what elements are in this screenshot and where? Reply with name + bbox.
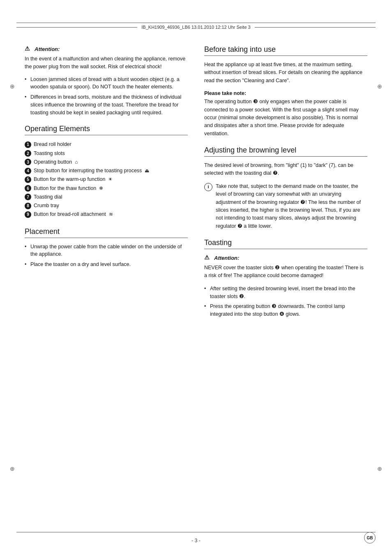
attention-bullets: Loosen jammed slices of bread with a blu… [25,76,188,117]
operating-elements-list: 1 Bread roll holder 2 Toasting slots 3 O… [25,140,188,219]
header-line-left [16,27,137,28]
breadroll-icon: ≋ [109,210,113,218]
op-item-7: 7 Toasting dial [25,193,188,201]
toasting-warning-icon [204,254,212,261]
toasting-title: Toasting [204,238,367,249]
crosshair-tr: ⊕ [376,82,384,90]
gb-badge: GB [364,532,376,543]
op-num-3: 3 [25,159,31,165]
op-text-6: Button for the thaw function [34,184,96,193]
op-item-6: 6 Button for the thaw function ❄ [25,184,188,193]
op-text-4: Stop button for interrupting the toastin… [34,166,142,175]
page-footer: - 3 - GB [16,538,376,543]
page-border-bottom [16,532,376,532]
placement-bullet-1: Unwrap the power cable from the cable wi… [25,243,188,259]
op-text-5: Button for the warm-up function [34,175,105,184]
thaw-icon: ❄ [99,184,103,192]
op-num-2: 2 [25,150,31,157]
op-text-2: Toasting slots [34,149,65,158]
attention-title: Attention: [25,45,188,53]
op-text-3: Operating button [34,158,72,166]
attention-bullet-2: Differences in bread sorts, moisture and… [25,93,188,116]
browning-text: The desired level of browning, from "lig… [204,162,367,178]
op-text-9: Button for bread-roll attachment [34,210,106,219]
toasting-attention-box: Attention: NEVER cover the toaster slots… [204,254,367,280]
toasting-attention-label: Attention: [214,255,239,261]
doc-header-text: IB_KH1909_46936_LB6 13.01.2010 12:12 Uhr… [137,25,254,30]
doc-header: IB_KH1909_46936_LB6 13.01.2010 12:12 Uhr… [16,25,376,30]
before-use-text: Heat the appliance up at least five time… [204,61,367,85]
warmup-icon: ☀ [108,175,113,183]
toasting-attention-text: NEVER cover the toaster slots ❷ when ope… [204,264,367,280]
main-content: Attention: In the event of a malfunction… [25,45,367,522]
before-use-title: Before taking into use [204,45,367,56]
op-item-3: 3 Operating button ⌂ [25,158,188,166]
crosshair-br: ⊕ [376,465,384,473]
operating-button-icon: ⌂ [75,158,78,166]
right-column: Before taking into use Heat the applianc… [204,45,367,522]
stop-button-icon: ⏏ [145,166,149,175]
attention-text: In the event of a malfunction and when c… [25,55,188,71]
toasting-attention-title: Attention: [204,254,367,261]
page-border-top [16,23,376,23]
left-column: Attention: In the event of a malfunction… [25,45,188,522]
placement-bullets: Unwrap the power cable from the cable wi… [25,243,188,268]
op-num-6: 6 [25,185,31,192]
op-num-5: 5 [25,176,31,183]
browning-level-title: Adjusting the browning level [204,146,367,157]
toasting-bullets: After setting the desired browning level… [204,285,367,318]
op-text-7: Toasting dial [34,193,62,201]
header-line-right [255,27,376,28]
op-num-8: 8 [25,203,31,209]
op-num-7: 7 [25,194,31,200]
browning-info-text: Take note that, subject to the demand ma… [216,183,367,230]
attention-box-top: Attention: In the event of a malfunction… [25,45,188,116]
browning-info-box: i Take note that, subject to the demand … [204,183,367,230]
op-item-5: 5 Button for the warm-up function ☀ [25,175,188,184]
op-num-1: 1 [25,141,31,148]
op-text-8: Crumb tray [34,201,59,210]
op-num-9: 9 [25,211,31,218]
attention-bullet-1: Loosen jammed slices of bread with a blu… [25,76,188,91]
operating-elements-title: Operating Elements [25,125,188,135]
crosshair-bl: ⊕ [8,465,16,473]
op-item-4: 4 Stop button for interrupting the toast… [25,166,188,175]
op-num-4: 4 [25,168,31,174]
toasting-bullet-1: After setting the desired browning level… [204,285,367,301]
attention-label: Attention: [35,46,60,52]
op-item-1: 1 Bread roll holder [25,140,188,149]
op-item-2: 2 Toasting slots [25,149,188,158]
page-number: - 3 - [191,538,200,543]
crosshair-tl: ⊕ [8,82,16,90]
info-icon: i [204,183,212,191]
op-item-8: 8 Crumb tray [25,201,188,210]
toasting-bullet-2: Press the operating button ❸ downwards. … [204,303,367,318]
op-text-1: Bread roll holder [34,140,71,149]
op-item-9: 9 Button for bread-roll attachment ≋ [25,210,188,219]
placement-bullet-2: Place the toaster on a dry and level sur… [25,261,188,268]
placement-title: Placement [25,227,188,238]
please-note-label: Please take note: [204,90,367,96]
please-note-text: The operating button ❸ only engages when… [204,98,367,138]
warning-triangle-icon [25,45,32,53]
